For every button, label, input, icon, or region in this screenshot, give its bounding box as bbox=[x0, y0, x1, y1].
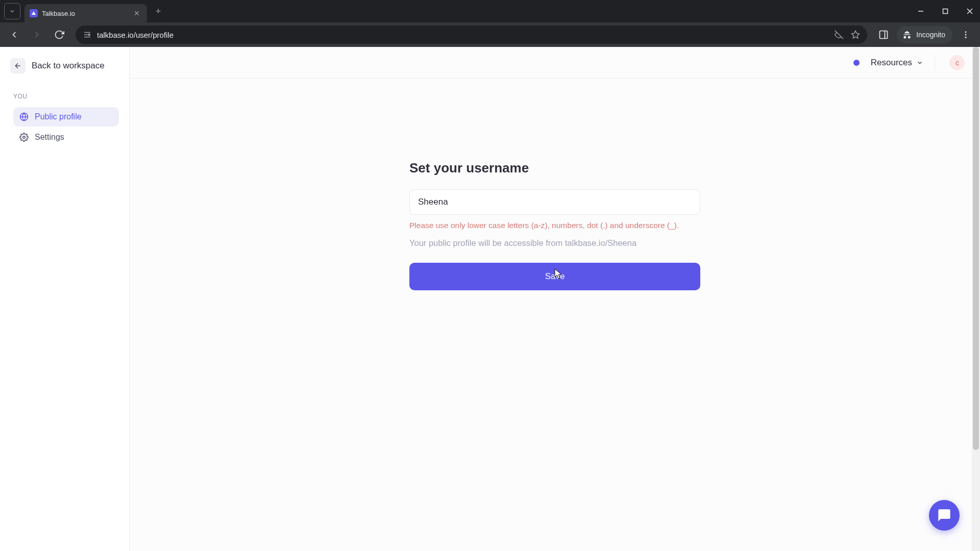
browser-toolbar: talkbase.io/user/profile Incognito bbox=[0, 22, 980, 47]
eye-off-icon[interactable] bbox=[835, 30, 844, 39]
browser-tab-strip: Talkbase.io ✕ + bbox=[0, 0, 980, 22]
svg-point-19 bbox=[23, 136, 26, 139]
svg-rect-2 bbox=[943, 9, 948, 14]
sidebar-item-label: Public profile bbox=[35, 112, 82, 121]
arrow-left-icon bbox=[10, 58, 26, 73]
browser-menu-icon[interactable] bbox=[957, 26, 975, 44]
window-controls bbox=[915, 5, 976, 17]
sidebar-section: YOU Public profile Settings bbox=[0, 78, 129, 147]
scrollbar-track[interactable] bbox=[972, 47, 980, 551]
username-input[interactable] bbox=[409, 189, 700, 215]
svg-point-13 bbox=[965, 31, 967, 33]
minimize-icon[interactable] bbox=[915, 5, 927, 17]
nav-forward-button bbox=[28, 26, 46, 44]
main-area: Resources c Set your username Please use… bbox=[130, 47, 980, 551]
tab-search-button[interactable] bbox=[4, 3, 20, 19]
address-bar[interactable]: talkbase.io/user/profile bbox=[76, 26, 867, 44]
username-form: Set your username Please use only lower … bbox=[409, 160, 700, 290]
help-text: Your public profile will be accessible f… bbox=[409, 237, 700, 249]
svg-point-14 bbox=[965, 34, 967, 36]
status-dot-icon[interactable] bbox=[853, 60, 860, 66]
nav-back-button[interactable] bbox=[5, 26, 23, 44]
side-panel-icon[interactable] bbox=[874, 26, 893, 44]
svg-marker-10 bbox=[852, 31, 860, 38]
sidebar-section-head: YOU bbox=[13, 93, 119, 100]
user-avatar[interactable]: c bbox=[949, 55, 965, 70]
page-title: Set your username bbox=[409, 160, 700, 176]
svg-point-8 bbox=[88, 34, 90, 36]
incognito-label: Incognito bbox=[916, 31, 945, 39]
back-label: Back to workspace bbox=[32, 61, 105, 71]
app-root: Back to workspace YOU Public profile Set… bbox=[0, 47, 980, 551]
resources-label: Resources bbox=[871, 58, 912, 68]
save-button[interactable]: Save bbox=[409, 263, 700, 290]
tab-close-icon[interactable]: ✕ bbox=[133, 9, 141, 17]
avatar-initial: c bbox=[955, 59, 959, 67]
chat-bubble-icon bbox=[937, 508, 951, 522]
sidebar-item-label: Settings bbox=[35, 133, 64, 142]
reload-button[interactable] bbox=[50, 26, 68, 44]
maximize-icon[interactable] bbox=[939, 5, 951, 17]
site-settings-icon[interactable] bbox=[83, 30, 92, 39]
chevron-down-icon bbox=[916, 59, 923, 66]
new-tab-button[interactable]: + bbox=[151, 4, 165, 18]
resources-dropdown[interactable]: Resources bbox=[871, 58, 923, 68]
validation-error: Please use only lower case letters (a-z)… bbox=[409, 220, 700, 231]
sidebar-item-settings[interactable]: Settings bbox=[13, 128, 119, 147]
incognito-indicator[interactable]: Incognito bbox=[897, 26, 952, 43]
svg-point-15 bbox=[965, 37, 967, 38]
tab-favicon-icon bbox=[30, 9, 38, 17]
close-window-icon[interactable] bbox=[964, 5, 976, 17]
back-to-workspace[interactable]: Back to workspace bbox=[0, 54, 129, 78]
bookmark-star-icon[interactable] bbox=[851, 30, 860, 39]
scrollbar-thumb[interactable] bbox=[973, 47, 979, 450]
topbar: Resources c bbox=[130, 47, 980, 79]
chat-widget-button[interactable] bbox=[929, 500, 960, 531]
avatar-wrap: c bbox=[935, 55, 965, 70]
globe-icon bbox=[19, 112, 29, 121]
sidebar: Back to workspace YOU Public profile Set… bbox=[0, 47, 130, 551]
tab-title: Talkbase.io bbox=[42, 10, 129, 17]
sidebar-item-public-profile[interactable]: Public profile bbox=[13, 107, 119, 127]
browser-tab[interactable]: Talkbase.io ✕ bbox=[24, 4, 147, 22]
url-text: talkbase.io/user/profile bbox=[97, 31, 174, 39]
gear-icon bbox=[19, 133, 29, 142]
svg-rect-11 bbox=[880, 31, 888, 39]
